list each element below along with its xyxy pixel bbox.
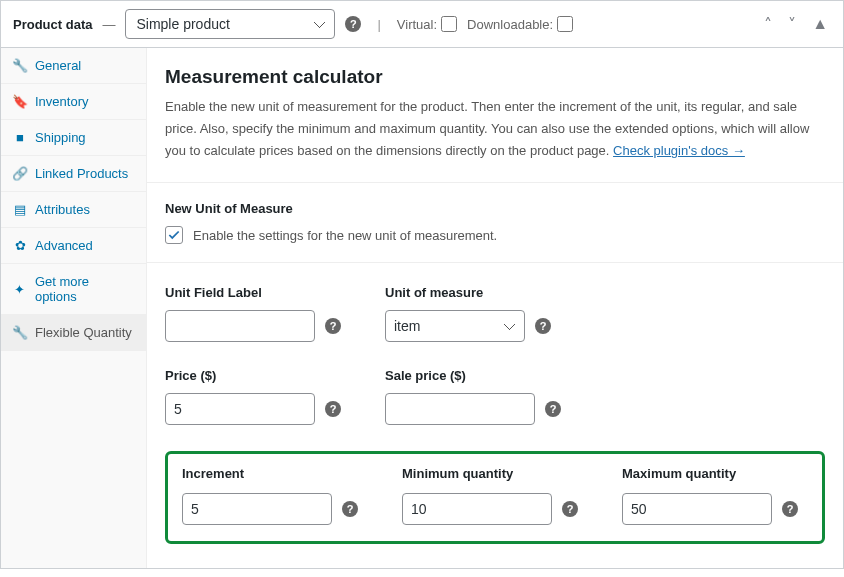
product-data-metabox: Product data — Simple product ? | Virtua… xyxy=(0,0,844,569)
help-icon[interactable]: ? xyxy=(562,501,578,517)
min-qty-cell: Minimum quantity ? xyxy=(402,466,622,525)
virtual-toggle[interactable]: Virtual: xyxy=(397,16,457,32)
increment-input[interactable] xyxy=(182,493,332,525)
min-qty-input[interactable] xyxy=(402,493,552,525)
unit-field-label-input[interactable] xyxy=(165,310,315,342)
link-icon: 🔗 xyxy=(13,166,27,181)
sale-price-cell: Sale price ($) ? xyxy=(385,368,605,425)
sidebar-item-general[interactable]: 🔧General xyxy=(1,48,146,84)
unit-section-title: New Unit of Measure xyxy=(165,201,825,216)
max-qty-label: Maximum quantity xyxy=(622,466,808,481)
wrench-icon: 🔧 xyxy=(13,325,27,340)
sidebar: 🔧General🔖Inventory■Shipping🔗Linked Produ… xyxy=(1,48,147,568)
move-up-icon[interactable]: ˄ xyxy=(761,15,775,34)
sidebar-item-shipping[interactable]: ■Shipping xyxy=(1,120,146,156)
panel-title: Measurement calculator xyxy=(165,66,825,88)
help-icon[interactable]: ? xyxy=(325,401,341,417)
sidebar-item-attributes[interactable]: ▤Attributes xyxy=(1,192,146,228)
gear-icon: ✿ xyxy=(13,238,27,253)
sale-price-label: Sale price ($) xyxy=(385,368,605,383)
sidebar-item-flexible-quantity[interactable]: 🔧Flexible Quantity xyxy=(1,315,146,351)
enable-checkbox[interactable] xyxy=(165,226,183,244)
metabox-body: 🔧General🔖Inventory■Shipping🔗Linked Produ… xyxy=(1,48,843,568)
max-qty-input[interactable] xyxy=(622,493,772,525)
sidebar-item-advanced[interactable]: ✿Advanced xyxy=(1,228,146,264)
downloadable-checkbox[interactable] xyxy=(557,16,573,32)
panel-intro: Enable the new unit of measurement for t… xyxy=(165,96,825,162)
unit-field-label-label: Unit Field Label xyxy=(165,285,385,300)
unit-of-measure-select[interactable]: item xyxy=(385,310,525,342)
sidebar-item-linked-products[interactable]: 🔗Linked Products xyxy=(1,156,146,192)
increment-label: Increment xyxy=(182,466,402,481)
help-icon[interactable]: ? xyxy=(342,501,358,517)
main-panel: Measurement calculator Enable the new un… xyxy=(147,48,843,568)
metabox-header: Product data — Simple product ? | Virtua… xyxy=(1,1,843,48)
downloadable-label: Downloadable: xyxy=(467,17,553,32)
max-qty-cell: Maximum quantity ? xyxy=(622,466,808,525)
virtual-label: Virtual: xyxy=(397,17,437,32)
sidebar-item-inventory[interactable]: 🔖Inventory xyxy=(1,84,146,120)
docs-link[interactable]: Check plugin's docs → xyxy=(613,143,745,158)
price-cell: Price ($) ? xyxy=(165,368,385,425)
help-icon[interactable]: ? xyxy=(545,401,561,417)
sidebar-item-label: General xyxy=(35,58,81,73)
price-label: Price ($) xyxy=(165,368,385,383)
sidebar-item-label: Attributes xyxy=(35,202,90,217)
list-icon: ▤ xyxy=(13,202,27,217)
truck-icon: ■ xyxy=(13,130,27,145)
sidebar-item-label: Shipping xyxy=(35,130,86,145)
help-icon[interactable]: ? xyxy=(535,318,551,334)
virtual-checkbox[interactable] xyxy=(441,16,457,32)
header-title: Product data xyxy=(13,17,92,32)
increment-cell: Increment ? xyxy=(182,466,402,525)
collapse-icon[interactable]: ▲ xyxy=(809,15,831,33)
sidebar-item-label: Inventory xyxy=(35,94,88,109)
unit-field-label-cell: Unit Field Label ? xyxy=(165,285,385,342)
enable-label: Enable the settings for the new unit of … xyxy=(193,228,497,243)
tag-icon: 🔖 xyxy=(13,94,27,109)
sidebar-item-get-more-options[interactable]: ✦Get more options xyxy=(1,264,146,315)
checkmark-icon xyxy=(167,228,181,242)
sidebar-item-label: Get more options xyxy=(35,274,134,304)
help-icon[interactable]: ? xyxy=(325,318,341,334)
wrench-icon: 🔧 xyxy=(13,58,27,73)
min-qty-label: Minimum quantity xyxy=(402,466,622,481)
bolt-icon: ✦ xyxy=(13,282,27,297)
sidebar-item-label: Linked Products xyxy=(35,166,128,181)
sidebar-item-label: Flexible Quantity xyxy=(35,325,132,340)
header-dash: — xyxy=(102,17,115,32)
highlight-box: Increment ? Minimum quantity ? Maximum q… xyxy=(165,451,825,544)
sidebar-item-label: Advanced xyxy=(35,238,93,253)
move-down-icon[interactable]: ˅ xyxy=(785,15,799,34)
price-input[interactable] xyxy=(165,393,315,425)
unit-of-measure-cell: Unit of measure item ? xyxy=(385,285,605,342)
form-grid: Unit Field Label ? Unit of measure item … xyxy=(165,285,825,425)
downloadable-toggle[interactable]: Downloadable: xyxy=(467,16,573,32)
help-icon[interactable]: ? xyxy=(345,16,361,32)
enable-row: Enable the settings for the new unit of … xyxy=(165,226,825,244)
unit-of-measure-label: Unit of measure xyxy=(385,285,605,300)
help-icon[interactable]: ? xyxy=(782,501,798,517)
sale-price-input[interactable] xyxy=(385,393,535,425)
product-type-select[interactable]: Simple product xyxy=(125,9,335,39)
separator: | xyxy=(377,17,380,32)
